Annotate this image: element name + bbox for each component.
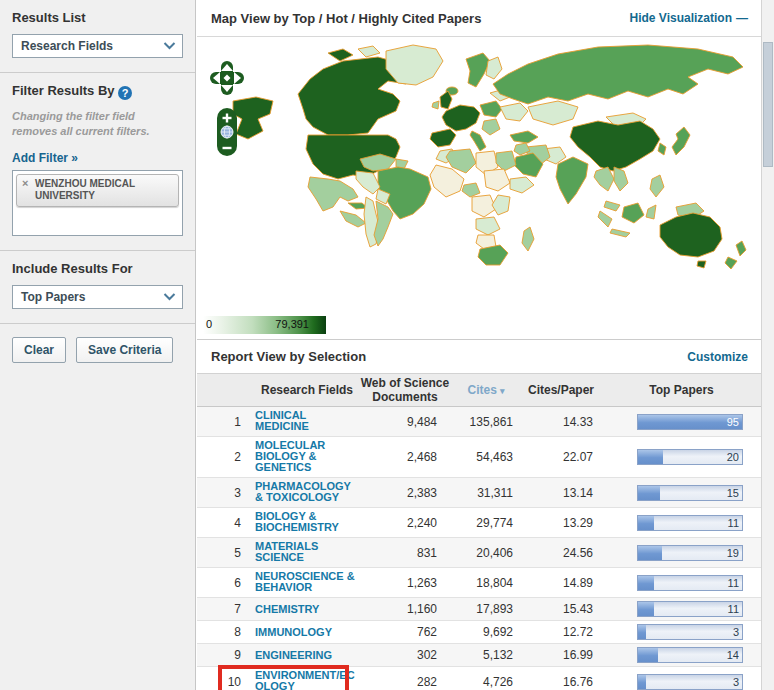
- country-ireland: [432, 101, 439, 109]
- include-results-select[interactable]: Top Papers: [12, 285, 183, 309]
- results-list-section: Results List Research Fields: [0, 0, 195, 73]
- country-india: [556, 157, 588, 204]
- central-america: [340, 211, 366, 227]
- field-cell: ENGINEERING: [255, 648, 359, 662]
- remove-filter-icon[interactable]: ×: [22, 177, 28, 191]
- chevron-down-icon: [163, 42, 176, 50]
- field-cell: IMMUNOLOGY: [255, 625, 359, 639]
- scrollbar-thumb[interactable]: [763, 42, 773, 167]
- clear-button[interactable]: Clear: [12, 337, 66, 363]
- country-greenland: [386, 45, 443, 85]
- field-cell: MOLECULAR BIOLOGY & GENETICS: [255, 440, 359, 474]
- add-filter-link[interactable]: Add Filter »: [12, 151, 78, 165]
- filter-by-heading: Filter Results By ?: [12, 83, 183, 100]
- field-link[interactable]: PHARMACOLOGY & TOXICOLOGY: [255, 481, 359, 503]
- field-link[interactable]: ENVIRONMENT/ECOLOGY: [255, 670, 359, 690]
- rank-cell: 3: [197, 486, 241, 500]
- table-row: 7 CHEMISTRY 1,160 17,893 15.43 11: [197, 598, 762, 621]
- help-icon[interactable]: ?: [118, 86, 132, 100]
- hide-visualization-label: Hide Visualization: [630, 11, 732, 25]
- bar-fill: [638, 602, 654, 616]
- hide-visualization-link[interactable]: Hide Visualization—: [630, 11, 748, 25]
- country-nigeria: [462, 183, 480, 197]
- country-madagascar: [522, 227, 534, 251]
- esi-app: Results List Research Fields Filter Resu…: [0, 0, 774, 690]
- field-cell: MATERIALS SCIENCE: [255, 541, 359, 564]
- field-link[interactable]: CLINICAL MEDICINE: [255, 410, 359, 432]
- rank-cell: 4: [197, 516, 241, 530]
- bar-value: 19: [727, 547, 739, 558]
- cites-paper-cell: 13.14: [521, 486, 601, 500]
- top-papers-bar: 19: [637, 545, 743, 561]
- customize-link[interactable]: Customize: [687, 350, 748, 364]
- filter-chip[interactable]: × WENZHOU MEDICAL UNIVERSITY: [16, 174, 179, 207]
- cites-cell: 31,311: [451, 486, 521, 500]
- country-argentina: [374, 201, 393, 246]
- country-ukraine: [500, 103, 528, 121]
- bar-value: 11: [728, 577, 739, 588]
- world-map[interactable]: [228, 39, 760, 287]
- column-cites[interactable]: Cites▾: [451, 383, 521, 397]
- top-papers-cell: 95: [601, 414, 762, 430]
- pan-control[interactable]: [208, 59, 246, 97]
- cites-paper-cell: 22.07: [521, 450, 601, 464]
- island-borneo: [622, 203, 644, 223]
- table-row: 4 BIOLOGY & BIOCHEMISTRY 2,240 29,774 13…: [197, 508, 762, 538]
- country-sudan-chad: [484, 169, 510, 191]
- field-cell: PHARMACOLOGY & TOXICOLOGY: [255, 481, 359, 504]
- table-row: 1 CLINICAL MEDICINE 9,484 135,861 14.33 …: [197, 407, 762, 437]
- country-spain: [430, 129, 456, 147]
- cites-paper-cell: 16.76: [521, 675, 601, 689]
- docs-cell: 762: [359, 625, 451, 639]
- field-link[interactable]: NEUROSCIENCE & BEHAVIOR: [255, 571, 359, 593]
- rank-cell: 2: [197, 450, 241, 464]
- cites-paper-cell: 13.29: [521, 516, 601, 530]
- results-list-select[interactable]: Research Fields: [12, 34, 183, 58]
- zoom-control[interactable]: [216, 107, 238, 157]
- save-criteria-button[interactable]: Save Criteria: [76, 337, 173, 363]
- top-papers-cell: 3: [601, 624, 762, 640]
- east-africa: [492, 195, 510, 215]
- filter-box: × WENZHOU MEDICAL UNIVERSITY: [12, 170, 183, 236]
- field-link[interactable]: BIOLOGY & BIOCHEMISTRY: [255, 511, 359, 533]
- island-java: [610, 229, 630, 237]
- bar-fill: [638, 625, 646, 639]
- rank-cell: 7: [197, 602, 241, 616]
- docs-cell: 831: [359, 546, 451, 560]
- country-philippines: [650, 175, 664, 197]
- country-italy: [470, 131, 486, 151]
- field-link[interactable]: MOLECULAR BIOLOGY & GENETICS: [255, 440, 359, 473]
- scrollbar[interactable]: [761, 0, 774, 690]
- country-mexico: [308, 177, 358, 211]
- include-results-heading: Include Results For: [12, 261, 183, 276]
- map-header: Map View by Top / Hot / Highly Cited Pap…: [197, 0, 762, 37]
- legend-max: 79,391: [275, 318, 309, 330]
- docs-cell: 1,160: [359, 602, 451, 616]
- bar-fill: [638, 450, 663, 464]
- field-link[interactable]: ENGINEERING: [255, 650, 332, 661]
- arctic-island: [358, 46, 380, 57]
- column-research-fields: Research Fields: [255, 383, 359, 397]
- results-list-value: Research Fields: [21, 39, 113, 53]
- field-cell: CHEMISTRY: [255, 602, 359, 616]
- cites-cell: 29,774: [451, 516, 521, 530]
- top-papers-cell: 11: [601, 575, 762, 591]
- cites-paper-cell: 14.33: [521, 415, 601, 429]
- field-link[interactable]: MATERIALS SCIENCE: [255, 541, 359, 563]
- country-kazakhstan: [528, 101, 578, 125]
- cites-cell: 135,861: [451, 415, 521, 429]
- top-papers-cell: 14: [601, 647, 762, 663]
- island-sumatra: [598, 211, 612, 227]
- cites-cell: 9,692: [451, 625, 521, 639]
- table-row: 9 ENGINEERING 302 5,132 16.99 14: [197, 644, 762, 667]
- bar-fill: [638, 486, 660, 500]
- sidebar-buttons: Clear Save Criteria: [0, 324, 195, 376]
- cites-cell: 20,406: [451, 546, 521, 560]
- cites-paper-cell: 15.43: [521, 602, 601, 616]
- map-controls: [208, 59, 248, 161]
- field-link[interactable]: CHEMISTRY: [255, 604, 319, 615]
- field-link[interactable]: IMMUNOLOGY: [255, 627, 332, 638]
- country-new-zealand-south: [725, 257, 737, 269]
- island-sulawesi: [646, 205, 656, 219]
- rank-cell: 1: [197, 415, 241, 429]
